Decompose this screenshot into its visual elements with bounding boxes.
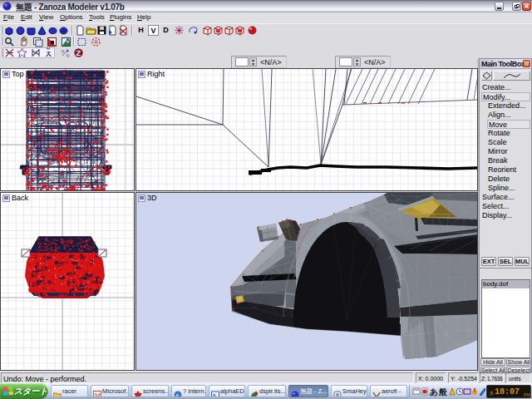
svg-text:M: M bbox=[95, 392, 101, 397]
svg-text:e: e bbox=[176, 392, 180, 397]
svg-text:a: a bbox=[213, 392, 216, 397]
svg-text:Z: Z bbox=[76, 49, 81, 57]
